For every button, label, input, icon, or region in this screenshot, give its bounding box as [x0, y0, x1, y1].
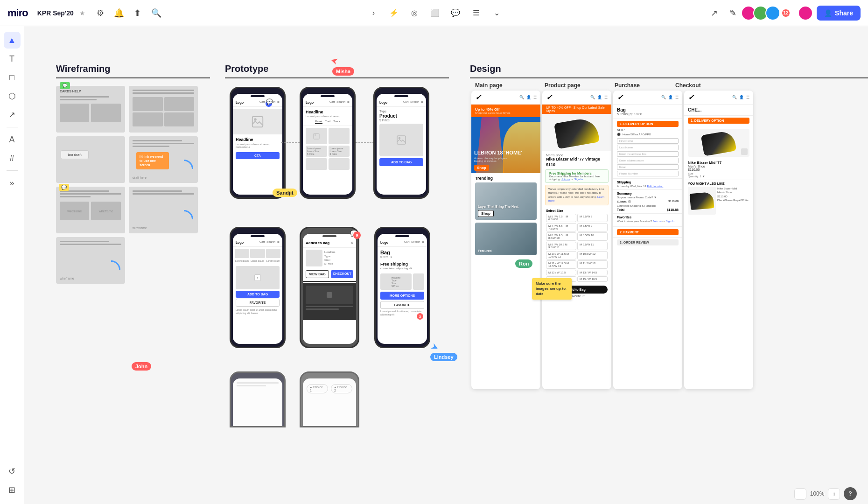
sandjit-cursor-label: Sandjit — [273, 189, 297, 197]
too-draft-note: too draft — [61, 150, 89, 159]
bottom-bar: − 100% + ? — [791, 483, 861, 504]
select-tool[interactable]: ▲ — [4, 32, 21, 49]
wf-card-3: too draft — [56, 136, 125, 183]
nike-logo-checkout: ✓ — [688, 93, 694, 102]
proto5-close[interactable]: × — [350, 240, 353, 245]
checkout-delivery: 1. DELIVERY OPTION — [688, 118, 749, 124]
shape-tool[interactable]: ⬡ — [4, 88, 21, 105]
proto5-title: Added to bag — [306, 241, 329, 245]
proto-phone-5: Added to bag × HeadlineType:Size:$ Price… — [300, 227, 359, 348]
chevron-down-icon[interactable]: ⌄ — [488, 5, 505, 21]
svg-rect-2 — [314, 133, 319, 139]
help-button[interactable]: ? — [844, 487, 857, 500]
text-tool[interactable]: T — [4, 50, 21, 67]
proto1-cta: CTA — [236, 152, 280, 159]
proto3-atb: ADD TO BAG — [379, 158, 423, 166]
cursor-icon[interactable]: ↗ — [707, 6, 721, 21]
chat-badge: 9 — [353, 231, 361, 239]
settings-icon[interactable]: ⚙ — [93, 6, 108, 21]
screen-icon[interactable]: ⬜ — [427, 5, 443, 21]
search-icon[interactable]: 🔍 — [149, 6, 164, 21]
back-icon[interactable]: › — [365, 5, 382, 21]
product-page-label: Product page — [545, 82, 581, 89]
svg-point-1 — [254, 119, 256, 120]
undo-tool[interactable]: ↺ — [4, 463, 21, 480]
board-name: KPR Sep'20 — [37, 9, 74, 17]
sandjit-cursor: Sandjit — [273, 189, 297, 197]
share-button[interactable]: 👤 Share — [817, 6, 861, 21]
checkout-label: Checkout — [675, 82, 701, 89]
avatar-group: 12 — [744, 6, 791, 21]
proto-phone-3: Logo CartSearch≡ Type Product $ Price AD… — [373, 87, 429, 199]
lebron-title: LEBRON 18 'HOME' — [474, 150, 522, 155]
lindsey-cursor: Lindsey — [430, 343, 457, 361]
proto2-headline: Headline — [306, 110, 350, 114]
proto6-shipping: Free shipping — [380, 262, 424, 266]
svg-point-5 — [399, 138, 400, 139]
wf-card-2 — [129, 86, 198, 133]
proto-phone-7 — [230, 371, 286, 427]
toolbar-separator — [7, 127, 18, 127]
pen-icon[interactable]: ✎ — [725, 6, 740, 21]
design-checkout-page: ✓ 🔍👤☰ CHE... 1. DELIVERY OPTION Nike Bla… — [684, 91, 753, 389]
timer-icon[interactable]: ◎ — [406, 5, 423, 21]
trending-label: Trending — [475, 176, 537, 181]
misha-cursor: Misha — [332, 58, 354, 76]
lindsey-cursor-label: Lindsey — [430, 353, 457, 361]
present-icon[interactable]: 💬 — [447, 5, 464, 21]
nike-logo-purchase: ✓ — [617, 93, 623, 102]
design-product-page: ✓ 🔍👤☰ UP TO 40% OFF · Shop Our Latest Sa… — [542, 91, 611, 389]
notifications-icon[interactable]: 🔔 — [112, 6, 126, 21]
sticky-yellow-sm: 💬 — [59, 184, 69, 191]
share-user-icon: 👤 — [824, 9, 832, 17]
svg-rect-4 — [397, 136, 406, 144]
proto6-fav: FAVORITE — [380, 301, 424, 309]
proto4-fav: FAVORITE — [236, 299, 280, 307]
left-toolbar: ▲ T □ ⬡ ↗ A # » ↺ ⊞ — [0, 26, 24, 504]
frames-panel[interactable]: ⊞ — [4, 482, 21, 498]
draft-label-3: wireframe — [60, 277, 74, 280]
proto6-badge: 3 — [417, 313, 423, 320]
frame-tool[interactable]: # — [4, 150, 21, 167]
lightning-icon[interactable]: ⚡ — [385, 5, 402, 21]
more-tools[interactable]: » — [4, 175, 21, 191]
sticky-make-sure: Make sure the images are up-to-date — [532, 278, 572, 300]
wf-card-6: wireframe — [129, 187, 198, 233]
order-review: 3. ORDER REVIEW — [617, 239, 679, 245]
pen-tool[interactable]: ↗ — [4, 106, 21, 123]
topbar-center: › ⚡ ◎ ⬜ 💬 ☰ ⌄ — [365, 5, 505, 21]
proto5-view-bag: VIEW BAG — [306, 270, 329, 278]
svg-point-3 — [315, 134, 315, 135]
proto5-checkout: CHECKOUT — [331, 270, 353, 278]
line-tool[interactable]: A — [4, 131, 21, 148]
zoom-in-btn[interactable]: + — [828, 488, 840, 500]
proto-phone-6: Logo CartSearch≡ Bag 5 Item · $ Free shi… — [374, 227, 430, 348]
arc-deco-2 — [175, 210, 193, 229]
top-bar: miro KPR Sep'20 ★ ⚙ 🔔 ⬆ 🔍 › ⚡ ◎ ⬜ 💬 ☰ ⌄ … — [0, 0, 868, 26]
proto-phone-2: Logo CartSearch≡ Headline Lorem ipsum do… — [300, 87, 356, 199]
wf-card-7: wireframe — [56, 237, 125, 284]
layer-heat-text: Layer That Bring The Heat — [478, 205, 518, 208]
main-page-label: Main page — [475, 82, 503, 89]
nike-discount: Up to 40% Off — [475, 107, 537, 112]
proto1-headline: Headline — [236, 137, 280, 142]
design-purchase-page: ✓ 🔍👤☰ Bag 5 Items | $118.00 1. DELIVERY … — [613, 91, 682, 389]
misha-cursor-label: Misha — [332, 67, 354, 76]
proto-phone-1: Logo CartSearch ≡ Headline Lorem ipsum d… — [230, 87, 286, 199]
bag-title: Bag — [617, 107, 679, 112]
svg-rect-0 — [252, 116, 263, 127]
zoom-out-btn[interactable]: − — [794, 488, 806, 500]
topbar-left-icons: ⚙ 🔔 ⬆ 🔍 — [93, 6, 164, 21]
delivery-option: 1. DELIVERY OPTION — [617, 121, 679, 127]
shop-btn-1[interactable]: Shop — [474, 165, 489, 171]
wf-card-5: wireframe wireframe 💬 — [56, 187, 125, 233]
shop-btn-2[interactable]: Shop — [478, 210, 494, 217]
star-icon[interactable]: ★ — [79, 9, 85, 17]
proto4-atb: ADD TO BAG — [236, 291, 280, 298]
share-upload-icon[interactable]: ⬆ — [130, 6, 145, 21]
canvas[interactable]: Wireframing CARDS HELP 💬 — [24, 26, 868, 504]
proto-phone-8: ● Choice 1 ● Choice 2 — [300, 371, 359, 427]
design-main-page: ✓ 🔍👤☰ Up to 40% Off Shop Our Latest Sale… — [471, 91, 540, 389]
more-icon[interactable]: ☰ — [468, 5, 484, 21]
sticky-tool[interactable]: □ — [4, 69, 21, 86]
